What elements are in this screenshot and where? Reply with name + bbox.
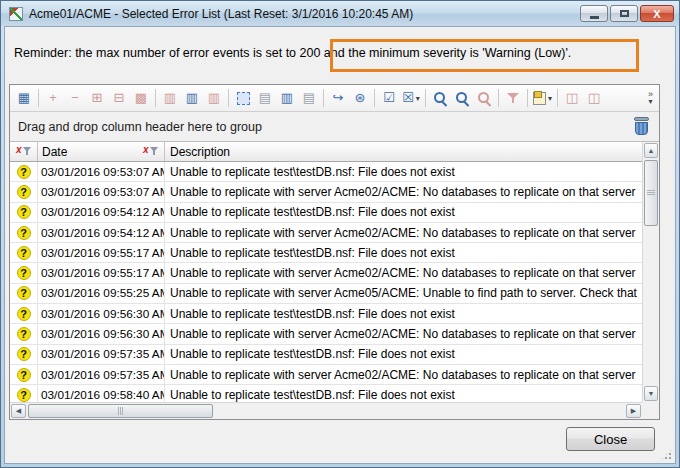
column-left-button[interactable]: ▥ bbox=[160, 88, 180, 108]
remove-button[interactable]: − bbox=[65, 88, 85, 108]
vertical-scrollbar[interactable]: ▲ ▼ bbox=[642, 142, 659, 402]
table-row[interactable]: ?03/01/2016 09:54:12 AMUnable to replica… bbox=[10, 223, 642, 243]
table-row[interactable]: ?03/01/2016 09:55:25 AMUnable to replica… bbox=[10, 284, 642, 304]
toolbar-overflow-button[interactable]: » ▾ bbox=[643, 86, 658, 110]
scroll-up-icon: ▲ bbox=[648, 147, 655, 154]
scroll-left-button[interactable]: ◀ bbox=[11, 404, 26, 418]
header-date-label: Date bbox=[42, 145, 67, 159]
filter-button[interactable] bbox=[503, 88, 523, 108]
collapse-node-button[interactable]: ⊟ bbox=[109, 88, 129, 108]
copy-grid-button[interactable]: ▥ bbox=[277, 88, 297, 108]
scroll-right-icon: ▶ bbox=[631, 407, 636, 415]
close-button[interactable]: Close bbox=[566, 427, 655, 451]
cell-description: Unable to replicate with server Acme02/A… bbox=[165, 365, 642, 384]
cell-date: 03/01/2016 09:54:12 AM bbox=[38, 203, 165, 222]
toolbar-items: ▦+−⊞⊟▩▥▥▥▤▥▤↪⊛☑☒▾▾◫◫ bbox=[14, 88, 604, 108]
run-settings-button[interactable]: ⊛ bbox=[350, 88, 370, 108]
column-center-button[interactable]: ▥ bbox=[182, 88, 202, 108]
cell-severity: ? bbox=[10, 304, 38, 323]
cell-severity: ? bbox=[10, 223, 38, 242]
warning-question-icon: ? bbox=[17, 388, 31, 402]
clear-filter-icon[interactable] bbox=[16, 146, 31, 157]
table-row[interactable]: ?03/01/2016 09:58:40 AMUnable to replica… bbox=[10, 385, 642, 402]
date-filter-icon[interactable] bbox=[143, 146, 158, 157]
toolbar: ▦+−⊞⊟▩▥▥▥▤▥▤↪⊛☑☒▾▾◫◫ » ▾ bbox=[10, 85, 659, 112]
scroll-down-button[interactable]: ▼ bbox=[644, 386, 658, 401]
cell-description: Unable to replicate test\testDB.nsf: Fil… bbox=[165, 243, 642, 262]
cell-date: 03/01/2016 09:56:30 AM bbox=[38, 324, 165, 343]
close-window-button[interactable]: X bbox=[640, 5, 674, 22]
scroll-up-button[interactable]: ▲ bbox=[644, 143, 658, 158]
screenshot: Acme01/ACME - Selected Error List (Last … bbox=[0, 0, 680, 468]
select-region-button[interactable] bbox=[233, 88, 253, 108]
horizontal-scrollbar[interactable]: ◀ ▶ bbox=[10, 402, 642, 419]
table-row[interactable]: ?03/01/2016 09:54:12 AMUnable to replica… bbox=[10, 203, 642, 223]
warning-question-icon: ? bbox=[17, 165, 31, 179]
zoom-out-icon bbox=[477, 91, 492, 106]
expand-node-icon: ⊞ bbox=[92, 91, 103, 105]
trash-icon[interactable] bbox=[634, 117, 649, 136]
table-row[interactable]: ?03/01/2016 09:56:30 AMUnable to replica… bbox=[10, 304, 642, 324]
toolbar-separator bbox=[323, 89, 324, 107]
minimize-button[interactable] bbox=[580, 5, 608, 22]
table-row[interactable]: ?03/01/2016 09:57:35 AMUnable to replica… bbox=[10, 345, 642, 365]
page-settings-button[interactable]: ▤ bbox=[299, 88, 319, 108]
notes-button[interactable]: ▾ bbox=[532, 88, 553, 108]
panel-right-button[interactable]: ◫ bbox=[584, 88, 604, 108]
filter-icon bbox=[507, 92, 520, 104]
header-description-label: Description bbox=[170, 145, 230, 159]
toolbar-separator bbox=[228, 89, 229, 107]
copy-grid-icon: ▥ bbox=[281, 91, 293, 105]
cell-description: Unable to replicate test\testDB.nsf: Fil… bbox=[165, 162, 642, 181]
cell-description: Unable to replicate with server Acme05/A… bbox=[165, 284, 642, 303]
view-settings-button[interactable]: ▦ bbox=[14, 88, 34, 108]
grid-check-button[interactable]: ☑ bbox=[379, 88, 399, 108]
warning-question-icon: ? bbox=[17, 307, 31, 321]
cell-date: 03/01/2016 09:55:17 AM bbox=[38, 263, 165, 282]
table-row[interactable]: ?03/01/2016 09:53:07 AMUnable to replica… bbox=[10, 182, 642, 202]
warning-question-icon: ? bbox=[17, 266, 31, 280]
column-right-button[interactable]: ▥ bbox=[204, 88, 224, 108]
select-region-icon bbox=[237, 92, 250, 105]
cell-date: 03/01/2016 09:57:35 AM bbox=[38, 365, 165, 384]
table-row[interactable]: ?03/01/2016 09:53:07 AMUnable to replica… bbox=[10, 162, 642, 182]
zoom-font-button[interactable] bbox=[452, 88, 472, 108]
horizontal-scroll-thumb[interactable] bbox=[28, 404, 213, 418]
cell-severity: ? bbox=[10, 385, 38, 402]
add-button[interactable]: + bbox=[43, 88, 63, 108]
group-by-drop-zone[interactable]: Drag and drop column header here to grou… bbox=[10, 112, 659, 142]
cell-description: Unable to replicate test\testDB.nsf: Fil… bbox=[165, 385, 642, 402]
table-row[interactable]: ?03/01/2016 09:57:35 AMUnable to replica… bbox=[10, 365, 642, 385]
cell-date: 03/01/2016 09:53:07 AM bbox=[38, 182, 165, 201]
table-row[interactable]: ?03/01/2016 09:56:30 AMUnable to replica… bbox=[10, 324, 642, 344]
cell-severity: ? bbox=[10, 203, 38, 222]
table-row[interactable]: ?03/01/2016 09:55:17 AMUnable to replica… bbox=[10, 243, 642, 263]
table-row[interactable]: ?03/01/2016 09:55:17 AMUnable to replica… bbox=[10, 263, 642, 283]
grid-header-row: Date Description bbox=[10, 142, 642, 162]
export-button[interactable]: ↪ bbox=[328, 88, 348, 108]
toolbar-separator bbox=[425, 89, 426, 107]
overflow-down-arrow-icon: ▾ bbox=[648, 98, 652, 106]
vertical-scroll-thumb[interactable] bbox=[644, 160, 658, 226]
cell-description: Unable to replicate with server Acme02/A… bbox=[165, 324, 642, 343]
header-description-column[interactable]: Description bbox=[165, 142, 642, 161]
cell-date: 03/01/2016 09:54:12 AM bbox=[38, 223, 165, 242]
cell-severity: ? bbox=[10, 345, 38, 364]
resize-grip[interactable] bbox=[660, 448, 673, 461]
window-controls: X bbox=[580, 5, 674, 22]
dropdown-arrow-icon: ▾ bbox=[416, 94, 420, 103]
scroll-right-button[interactable]: ▶ bbox=[626, 404, 641, 418]
grid-multi-check-button[interactable]: ☒▾ bbox=[401, 88, 421, 108]
warning-question-icon: ? bbox=[17, 368, 31, 382]
panel-left-button[interactable]: ◫ bbox=[562, 88, 582, 108]
zoom-out-button[interactable] bbox=[474, 88, 494, 108]
header-severity-column[interactable] bbox=[10, 142, 38, 161]
copy-button[interactable]: ▤ bbox=[255, 88, 275, 108]
close-icon: X bbox=[653, 8, 660, 20]
expand-node-button[interactable]: ⊞ bbox=[87, 88, 107, 108]
select-nodes-button[interactable]: ▩ bbox=[131, 88, 151, 108]
zoom-in-icon bbox=[433, 91, 448, 106]
zoom-in-button[interactable] bbox=[430, 88, 450, 108]
maximize-button[interactable] bbox=[610, 5, 638, 22]
header-date-column[interactable]: Date bbox=[38, 142, 165, 161]
